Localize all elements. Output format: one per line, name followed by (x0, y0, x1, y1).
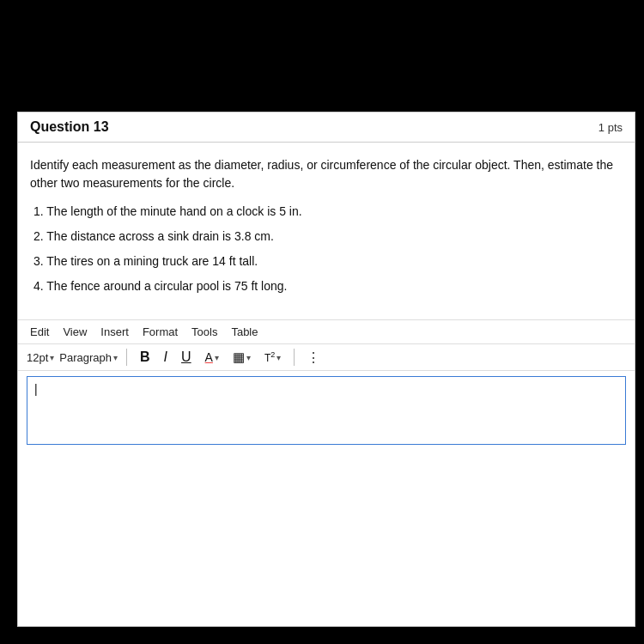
highlight-icon: ▦ (233, 349, 245, 365)
toolbar-separator-1 (126, 349, 127, 366)
list-item-3: 3. The tires on a mining truck are 14 ft… (30, 252, 623, 270)
bold-button[interactable]: B (136, 348, 155, 367)
cursor: | (34, 382, 38, 396)
menu-edit[interactable]: Edit (30, 325, 49, 338)
list-item-4: 4. The fence around a circular pool is 7… (30, 277, 623, 295)
font-size-chevron: ▾ (50, 353, 54, 362)
font-size-selector[interactable]: 12pt ▾ (27, 351, 54, 364)
superscript-label: T2 (264, 350, 275, 364)
answer-input-area[interactable]: | (27, 376, 626, 445)
question-intro: Identify each measurement as the diamete… (30, 156, 623, 192)
more-options-button[interactable]: ⋮ (307, 349, 320, 366)
list-item-1: 1. The length of the minute hand on a cl… (30, 203, 623, 221)
editor-toolbar: 12pt ▾ Paragraph ▾ B I U A ▾ ▦ ▾ T2 ▾ ⋮ (18, 343, 635, 371)
question-card: Question 13 1 pts Identify each measurem… (17, 112, 635, 627)
question-pts: 1 pts (598, 121, 623, 134)
highlight-color-button[interactable]: ▦ ▾ (228, 348, 255, 367)
paragraph-style-label: Paragraph (59, 351, 112, 364)
menu-table[interactable]: Table (231, 325, 258, 338)
font-size-value: 12pt (27, 351, 48, 364)
question-body: Identify each measurement as the diamete… (18, 143, 635, 311)
question-header: Question 13 1 pts (18, 112, 635, 143)
menu-view[interactable]: View (63, 325, 87, 338)
editor-menubar: Edit View Insert Format Tools Table (18, 319, 635, 343)
font-color-label: A (205, 350, 213, 364)
highlight-chevron: ▾ (246, 353, 251, 362)
menu-tools[interactable]: Tools (191, 325, 217, 338)
font-color-chevron: ▾ (215, 353, 219, 362)
menu-insert[interactable]: Insert (100, 325, 129, 338)
italic-button[interactable]: I (160, 348, 172, 367)
superscript-button[interactable]: T2 ▾ (260, 349, 285, 366)
paragraph-style-selector[interactable]: Paragraph ▾ (59, 351, 118, 364)
menu-format[interactable]: Format (143, 325, 178, 338)
toolbar-separator-2 (294, 349, 295, 366)
list-item-2: 2. The distance across a sink drain is 3… (30, 228, 623, 246)
underline-button[interactable]: U (177, 348, 196, 367)
superscript-chevron: ▾ (276, 353, 281, 362)
paragraph-chevron: ▾ (113, 353, 118, 362)
font-color-button[interactable]: A ▾ (201, 349, 223, 366)
question-title: Question 13 (30, 119, 109, 135)
